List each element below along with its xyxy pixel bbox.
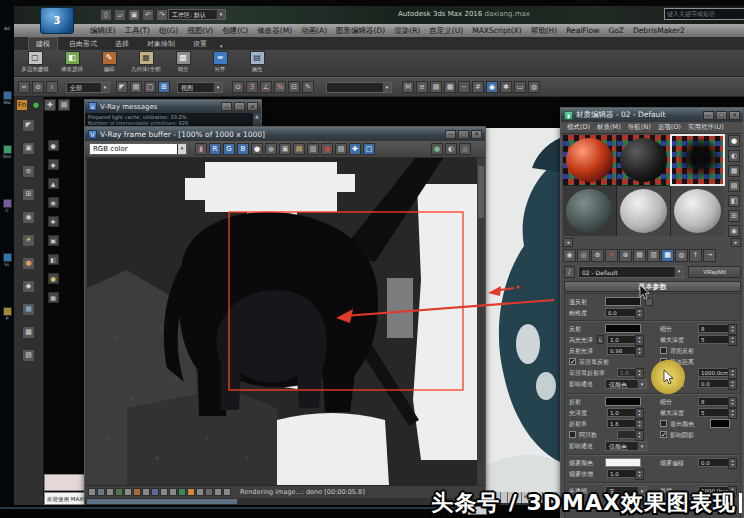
panel-icon[interactable]: ▣ xyxy=(48,235,59,246)
go-to-parent-icon[interactable]: ↑ xyxy=(689,249,702,262)
rendered-frame-window-icon[interactable]: ▭ xyxy=(514,81,526,93)
menu-item[interactable]: GoZ xyxy=(604,26,628,35)
abbe-checkbox[interactable] xyxy=(569,431,576,438)
fb-tool-icon[interactable] xyxy=(142,488,150,496)
snap-toggle-3d-icon[interactable]: 3 xyxy=(246,81,258,93)
select-tool-icon[interactable]: ◤ xyxy=(22,119,35,132)
green-channel-icon[interactable]: G xyxy=(223,143,235,155)
tab-object-paint[interactable]: 对象绘制 xyxy=(140,38,182,50)
red-channel-icon[interactable]: R xyxy=(209,143,221,155)
dim-distance-spinner[interactable]: 1000.0cm xyxy=(698,368,730,377)
ribbon-panel[interactable]: ✎编辑 xyxy=(94,51,124,76)
properties-icon[interactable]: ▤ xyxy=(250,51,265,65)
affect-channels-dropdown[interactable]: 仅颜色 xyxy=(605,379,647,389)
fresnel-ior-spinner[interactable]: 1.6 xyxy=(617,368,637,377)
fb-tool-icon[interactable] xyxy=(133,488,141,496)
render-production-icon[interactable]: ◍ xyxy=(528,81,540,93)
search-input[interactable] xyxy=(664,8,744,20)
use-center-icon[interactable]: ⊙ xyxy=(232,81,244,93)
menu-item[interactable]: 导航(N) xyxy=(625,123,654,132)
color-swatch-icon[interactable]: ▮ xyxy=(195,143,207,155)
sample-type-icon[interactable]: ● xyxy=(728,135,740,147)
back-side-checkbox[interactable] xyxy=(660,347,667,354)
fb-tool-icon[interactable] xyxy=(169,488,177,496)
fb-tool-icon[interactable] xyxy=(124,488,132,496)
refract-max-depth-spinner[interactable]: 5 xyxy=(698,408,730,417)
geometry-all-icon[interactable]: ▦ xyxy=(139,51,154,65)
reflect-color-swatch[interactable] xyxy=(605,324,641,333)
ribbon-panel[interactable]: ▦几何体(全部) xyxy=(131,51,161,76)
close-button[interactable]: ✕ xyxy=(471,130,482,139)
layers-panel-icon[interactable]: ≡ xyxy=(22,165,35,178)
fb-tool-icon[interactable] xyxy=(223,488,231,496)
render-canvas[interactable] xyxy=(87,158,477,485)
camera-icon[interactable]: ◉ xyxy=(22,211,35,224)
fog-color-swatch[interactable] xyxy=(605,458,641,467)
menu-item[interactable]: 材质(M) xyxy=(594,123,624,132)
refract-affect-channels-dropdown[interactable]: 仅颜色 xyxy=(605,441,647,451)
window-crossing-icon[interactable]: ⊞ xyxy=(158,81,170,93)
region-render-icon[interactable]: ▢ xyxy=(363,143,375,155)
fog-bias-spinner[interactable]: 0.0 xyxy=(698,458,730,467)
diffuse-map-button[interactable] xyxy=(645,298,653,306)
background-icon[interactable]: ▦ xyxy=(728,165,740,177)
menu-item[interactable]: RealFlow xyxy=(562,26,603,35)
desktop-shortcut-icon[interactable] xyxy=(3,145,12,154)
minimize-button[interactable]: — xyxy=(445,130,456,139)
diffuse-color-swatch[interactable] xyxy=(605,297,641,306)
minimize-button[interactable]: — xyxy=(221,102,232,111)
affect-shadows-checkbox[interactable] xyxy=(660,431,667,438)
save-file-icon[interactable]: ▣ xyxy=(128,9,140,21)
material-id-channel-icon[interactable]: ▥ xyxy=(647,249,660,262)
rectangular-region-icon[interactable]: ▢ xyxy=(144,81,156,93)
render-icon[interactable]: ▦ xyxy=(22,303,35,316)
ribbon-panel[interactable]: ◧修改选择 xyxy=(57,51,87,76)
reflect-max-depth-spinner[interactable]: 5 xyxy=(698,335,730,344)
panel-icon[interactable]: ◆ xyxy=(48,159,59,170)
video-color-check-icon[interactable]: ◧ xyxy=(728,195,740,207)
tab-freeform[interactable]: 自由形式 xyxy=(62,38,104,50)
maximize-button[interactable]: □ xyxy=(458,130,469,139)
spinner-snap-icon[interactable]: ⊟ xyxy=(288,81,300,93)
material-sample-icon[interactable]: ● xyxy=(22,257,35,270)
basic-parameters-rollout[interactable]: 基本参数 xyxy=(564,281,741,292)
percent-snap-icon[interactable]: % xyxy=(274,81,286,93)
desktop-shortcut-icon[interactable] xyxy=(3,91,12,100)
copy-to-clipboard-icon[interactable]: ▥ xyxy=(307,143,319,155)
schematic-view-icon[interactable]: # xyxy=(472,81,484,93)
backlight-icon[interactable]: ◐ xyxy=(728,150,740,162)
ribbon-toggle-icon[interactable]: ▦ xyxy=(444,81,456,93)
edit-named-sets-icon[interactable]: ✎ xyxy=(302,81,314,93)
menu-item[interactable]: MAXScript(X) xyxy=(468,26,525,35)
menu-item[interactable]: DebrisMaker2 xyxy=(629,26,689,35)
reference-coordinate-dropdown[interactable]: 视图 xyxy=(177,82,223,93)
fn-toolbar-icon[interactable]: Fn xyxy=(16,99,28,111)
ribbon-panel[interactable]: ≡对齐 xyxy=(205,51,235,76)
menu-item[interactable]: 创建(C) xyxy=(218,26,252,36)
assign-material-to-selection-icon[interactable]: ⊕ xyxy=(591,249,604,262)
reset-map-icon[interactable]: ✕ xyxy=(605,249,618,262)
get-material-icon[interactable]: ◉ xyxy=(563,249,576,262)
undo-icon[interactable]: ↶ xyxy=(142,9,154,21)
hilight-glossiness-spinner[interactable]: 1.0 xyxy=(607,335,637,344)
make-material-copy-icon[interactable]: ⊗ xyxy=(619,249,632,262)
tab-modeling[interactable]: 建模 xyxy=(28,37,58,50)
save-image-icon[interactable]: ▣ xyxy=(279,143,291,155)
menu-item[interactable]: 编辑(E) xyxy=(86,26,120,36)
scrollbar[interactable]: ▲ xyxy=(253,113,261,127)
refract-subdivs-spinner[interactable]: 8 xyxy=(698,397,730,406)
monochrome-icon[interactable]: ● xyxy=(265,143,277,155)
maximize-button[interactable]: □ xyxy=(716,111,727,120)
close-button[interactable]: ✕ xyxy=(729,111,740,120)
desktop-shortcut-icon[interactable] xyxy=(3,199,12,208)
mirror-icon[interactable]: M xyxy=(402,81,414,93)
panel-icon[interactable]: ▲ xyxy=(48,178,59,189)
redo-icon[interactable]: ↷ xyxy=(156,9,168,21)
layer-manager-icon[interactable]: ▤ xyxy=(430,81,442,93)
show-map-in-viewport-icon[interactable]: ▦ xyxy=(661,249,674,262)
render-setup-icon[interactable]: ✱ xyxy=(500,81,512,93)
material-editor-icon[interactable]: ◉ xyxy=(486,81,498,93)
modify-selection-icon[interactable]: ◧ xyxy=(65,51,80,65)
go-forward-to-sibling-icon[interactable]: → xyxy=(703,249,716,262)
light-icon[interactable]: ☀ xyxy=(22,234,35,247)
